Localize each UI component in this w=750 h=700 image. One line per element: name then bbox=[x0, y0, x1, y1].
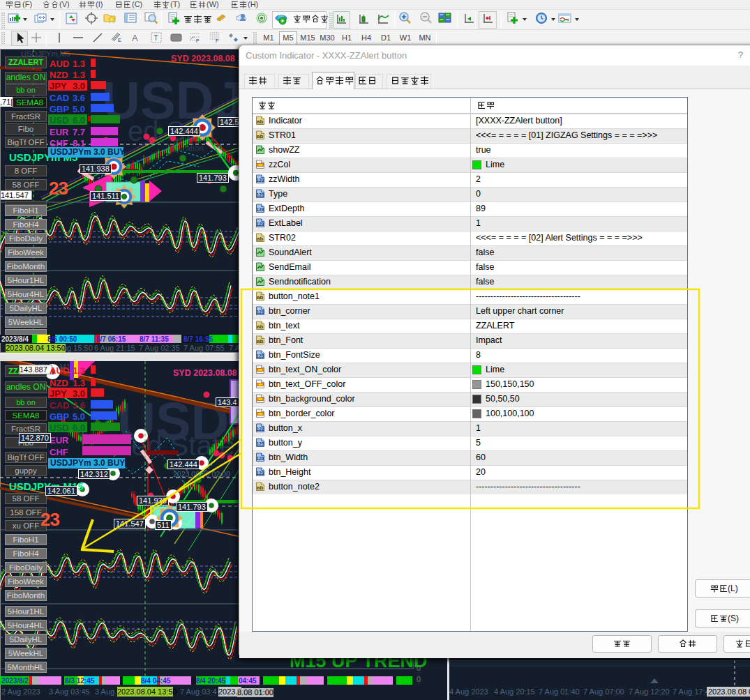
svg-text:123: 123 bbox=[257, 441, 264, 446]
svg-text:2023.08.08 01: 2023.08.08 01 bbox=[708, 687, 750, 696]
svg-text:7 Aug 17:4: 7 Aug 17:4 bbox=[673, 687, 710, 696]
svg-text:ab: ab bbox=[257, 294, 263, 300]
svg-text:123: 123 bbox=[257, 222, 264, 227]
svg-text:123: 123 bbox=[257, 207, 264, 212]
svg-text:ab: ab bbox=[257, 324, 263, 330]
svg-text:123: 123 bbox=[257, 427, 264, 432]
svg-text:123: 123 bbox=[257, 310, 264, 314]
svg-text:123: 123 bbox=[257, 192, 264, 197]
svg-text:7 Aug 01:40: 7 Aug 01:40 bbox=[539, 687, 580, 696]
svg-text:ab: ab bbox=[257, 133, 263, 139]
svg-text:ab: ab bbox=[257, 119, 263, 125]
svg-text:123: 123 bbox=[257, 353, 264, 358]
svg-text:ab: ab bbox=[257, 485, 263, 491]
svg-text:123: 123 bbox=[257, 471, 264, 475]
svg-text:ab: ab bbox=[257, 338, 263, 344]
svg-text:7 Aug 12:20: 7 Aug 12:20 bbox=[629, 687, 670, 696]
svg-text:123: 123 bbox=[257, 178, 264, 183]
svg-text:4 Aug 2023: 4 Aug 2023 bbox=[449, 687, 488, 696]
svg-text:7 Aug 07:00: 7 Aug 07:00 bbox=[583, 687, 624, 696]
svg-text:ab: ab bbox=[257, 236, 263, 242]
svg-text:4 Aug 20:15: 4 Aug 20:15 bbox=[494, 687, 535, 696]
svg-text:123: 123 bbox=[257, 456, 264, 461]
